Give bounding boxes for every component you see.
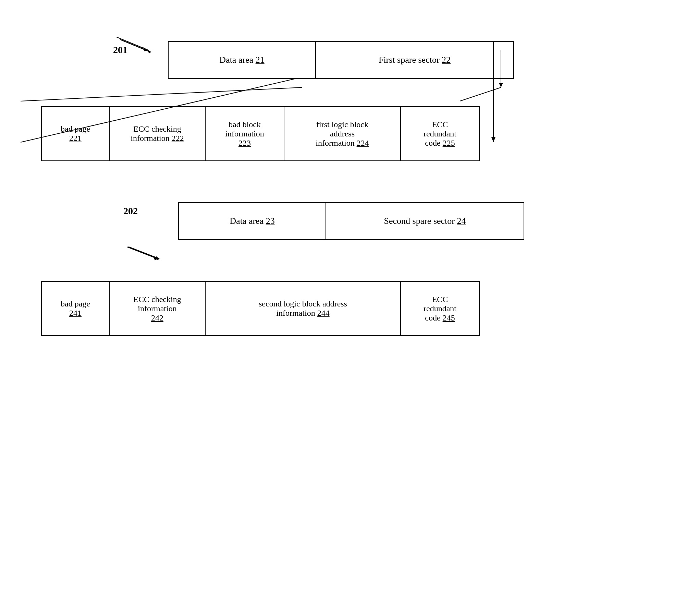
cell-ecc-checking-222: ECC checking information 222	[110, 106, 206, 161]
svg-marker-14	[156, 256, 159, 260]
cell-ecc-redundant-245: ECC redundant code 245	[401, 281, 480, 336]
svg-marker-7	[154, 256, 158, 261]
cell-ecc-checking-242: ECC checking information 242	[110, 281, 206, 336]
svg-line-6	[127, 247, 158, 259]
mid-row-202: Data area 23 Second spare sector 24	[178, 202, 678, 240]
cell-ecc-redundant-225: ECC redundant code 225	[401, 106, 480, 161]
section-202: 202 Data area 23 Second spare sector 24	[21, 202, 678, 240]
cell-bad-page-221: bad page 221	[41, 106, 110, 161]
spare-sector-24: Second spare sector 24	[326, 202, 524, 240]
data-area-21: Data area 21	[168, 41, 315, 79]
expanded-row-22: bad page 221 ECC checking information 22…	[41, 106, 678, 161]
cell-second-lba-244: second logic block address information 2…	[206, 281, 401, 336]
data-area-23: Data area 23	[178, 202, 326, 240]
diagram-container: 201 Data area 21 First spare sector 22 b…	[0, 0, 699, 616]
label-201: 201	[113, 45, 127, 56]
spare-sector-22: First spare sector 22	[315, 41, 514, 79]
cell-bad-page-241: bad page 241	[41, 281, 110, 336]
section-bottom-24: bad page 241 ECC checking information 24…	[41, 281, 678, 336]
cell-bad-block-223: bad block information 223	[206, 106, 284, 161]
label-202: 202	[123, 206, 138, 217]
svg-line-13	[128, 247, 159, 259]
cell-first-lba-224: first logic block address information 22…	[284, 106, 401, 161]
section-201: 201 Data area 21 First spare sector 22 b…	[21, 41, 678, 161]
top-row-201: Data area 21 First spare sector 22	[168, 41, 678, 79]
expanded-row-24: bad page 241 ECC checking information 24…	[41, 281, 678, 336]
